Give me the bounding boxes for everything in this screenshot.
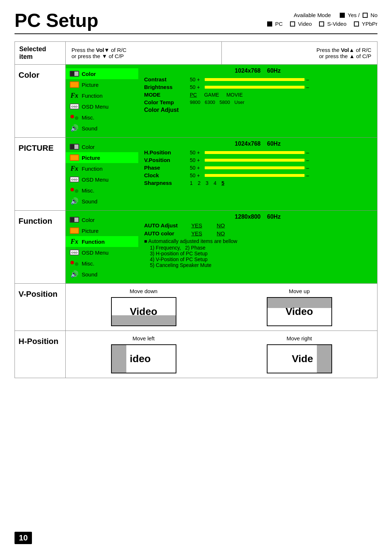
picture-icon <box>69 81 79 89</box>
menu-function-label: Function <box>82 93 103 99</box>
sharp-1: 1 <box>190 180 193 186</box>
auto-info-item2: 3) H-position of PC Setup <box>144 251 371 256</box>
mode-info: Available Mode Yes / No PC Video S-Video… <box>267 11 377 28</box>
p-menu-picture-selected: Picture <box>66 152 138 163</box>
no-label: No <box>371 11 377 20</box>
move-down-caption: Move down <box>130 288 158 294</box>
vpos-down-text: Video <box>130 306 158 317</box>
clock-minus: – <box>306 173 309 178</box>
auto-info-title: ■ Automatically adjusted items are bello… <box>144 238 371 244</box>
p-osdmenu-icon: OSD <box>69 175 79 183</box>
color-icon <box>69 70 79 78</box>
color-resolution: 1024x768 60Hz <box>144 68 371 74</box>
move-right-caption: Move right <box>286 335 312 341</box>
picture-row-content: Color Picture Fx Function <box>66 138 377 211</box>
brightness-bar-container: – <box>205 84 371 90</box>
vpos-bar-container: – <box>205 157 371 163</box>
f-osdmenu-icon: OSD <box>69 248 79 256</box>
f-color-label: Color <box>82 217 95 223</box>
menu-item-sound: 🔊 Sound <box>66 123 138 134</box>
contrast-row: Contrast 50 + – <box>144 76 371 82</box>
hpos-right-half: Move right Vide <box>221 331 377 378</box>
video-label: Video <box>298 20 312 28</box>
hpos-minus: – <box>306 150 309 155</box>
vposition-row-content: Move down Video Move up Video <box>66 284 377 331</box>
auto-adjust-row: AUTO Adjust YES NO <box>144 222 371 228</box>
osdmenu-icon: OSD <box>69 102 79 110</box>
f-menu-color: Color <box>66 214 138 225</box>
color-osd-menu: Color Picture Fx Function <box>66 65 138 137</box>
pc-checkbox <box>267 21 272 27</box>
clock-value: 50 + <box>190 173 203 178</box>
function-osd-menu: Color Picture Fx Function <box>66 211 138 283</box>
temp-9800: 9800 <box>190 100 200 105</box>
vposition-pos-row: Move down Video Move up Video <box>66 284 377 331</box>
phase-value: 50 + <box>190 165 203 171</box>
f-osdmenu-label: OSD Menu <box>82 250 109 256</box>
vpos-minus: – <box>306 157 309 163</box>
coloradjust-label: Color Adjust <box>144 107 371 113</box>
f-menu-picture: Picture <box>66 225 138 236</box>
phase-bar <box>205 166 305 169</box>
contrast-value: 50 + <box>190 77 203 82</box>
contrast-label: Contrast <box>144 76 188 82</box>
picture-osd-menu: Color Picture Fx Function <box>66 138 138 210</box>
vpos-up-half: Move up Video <box>221 284 377 331</box>
sharpness-row: Sharpness 1 2 3 4 5 <box>144 180 371 186</box>
hposition-row-content: Move left ideo Move right Vide <box>66 331 377 378</box>
f-picture-icon <box>69 227 79 235</box>
function-icon: Fx <box>69 92 79 100</box>
p-picture-label: Picture <box>82 155 100 161</box>
hpos-value: 50 + <box>190 150 203 155</box>
vpos-value: 50 + <box>190 157 203 163</box>
p-menu-function: Fx Function <box>66 163 138 174</box>
color-hz-value: 60Hz <box>267 68 281 74</box>
auto-info-block: ■ Automatically adjusted items are bello… <box>144 238 371 268</box>
vposition-row: V-Position Move down Video Move up Video <box>15 284 377 331</box>
function-row-label: Function <box>15 211 66 284</box>
pc-label: PC <box>275 20 283 28</box>
clock-label: Clock <box>144 172 188 178</box>
function-resolution: 1280x800 60Hz <box>144 214 371 220</box>
auto-color-label: AUTO color <box>144 230 191 236</box>
p-misc-icon <box>69 186 79 194</box>
hpos-row: H.Position 50 + – <box>144 149 371 155</box>
auto-adjust-yes: YES <box>191 222 202 228</box>
auto-info-item1: 1) Frequency, 2) Phase <box>144 245 371 251</box>
hpos-left-half: Move left ideo <box>66 331 221 378</box>
move-left-caption: Move left <box>132 335 155 341</box>
function-row: Function Color Picture <box>15 211 377 284</box>
p-menu-sound: 🔊 Sound <box>66 196 138 207</box>
menu-misc-label: Misc. <box>82 114 94 121</box>
hpos-bar-container: – <box>205 150 371 155</box>
function-row-content: Color Picture Fx Function <box>66 211 377 284</box>
f-sound-icon: 🔊 <box>69 270 79 278</box>
function-osd-content: 1280x800 60Hz AUTO Adjust YES NO AUTO co… <box>138 211 377 283</box>
contrast-bar <box>205 78 305 81</box>
vposition-row-label: V-Position <box>15 284 66 331</box>
mode-movie: MOVIE <box>226 92 243 98</box>
brightness-minus: – <box>306 84 309 90</box>
color-row-content: Color Picture Fx Function <box>66 65 377 138</box>
main-table: Selected item Press the Vol▼ of R/Cor pr… <box>15 41 377 378</box>
f-misc-icon <box>69 259 79 267</box>
p-sound-label: Sound <box>82 198 97 204</box>
p-function-icon: Fx <box>69 165 79 173</box>
p-osdmenu-label: OSD Menu <box>82 177 109 183</box>
temp-6300: 6300 <box>205 100 215 105</box>
brightness-value: 50 + <box>190 84 203 90</box>
menu-picture-label: Picture <box>82 82 99 88</box>
menu-item-picture: Picture <box>66 79 138 90</box>
p-color-icon <box>69 143 79 151</box>
hpos-left-text: ideo <box>113 353 151 365</box>
clock-row: Clock 50 + – <box>144 172 371 178</box>
f-menu-osdmenu: OSD OSD Menu <box>66 247 138 258</box>
selected-item-label: Selected item <box>19 45 46 60</box>
page-header: PC Setup Available Mode Yes / No PC Vide… <box>15 11 377 34</box>
menu-item-function: Fx Function <box>66 90 138 101</box>
vpos-bar <box>205 159 305 162</box>
color-row-label: Color <box>15 65 66 138</box>
sharpness-options: 1 2 3 4 5 <box>190 180 224 186</box>
mode-label: MODE <box>144 92 188 98</box>
contrast-minus: – <box>306 77 309 82</box>
